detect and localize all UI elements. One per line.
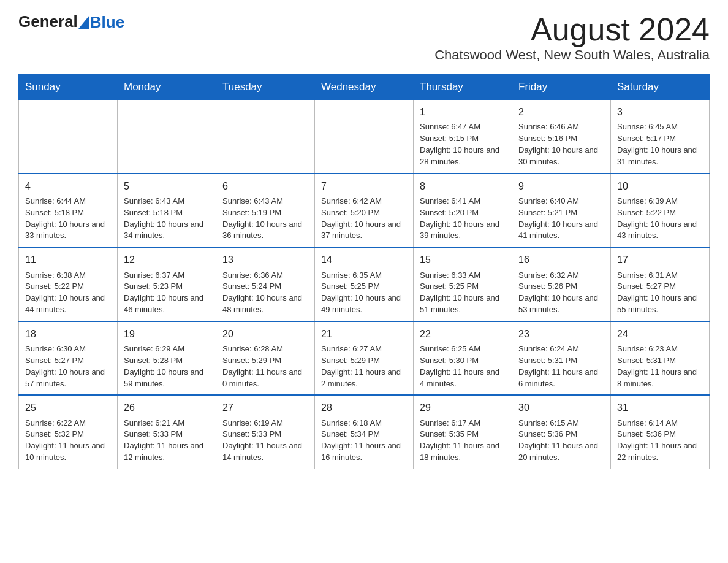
day-info: Sunrise: 6:41 AM Sunset: 5:20 PM Dayligh… (420, 196, 506, 242)
day-info: Sunrise: 6:44 AM Sunset: 5:18 PM Dayligh… (25, 196, 111, 242)
day-number: 21 (321, 327, 407, 341)
table-row: 10Sunrise: 6:39 AM Sunset: 5:22 PM Dayli… (611, 174, 710, 248)
table-row: 5Sunrise: 6:43 AM Sunset: 5:18 PM Daylig… (118, 174, 216, 248)
day-number: 10 (617, 179, 703, 193)
logo-blue-text: Blue (90, 14, 124, 30)
day-info: Sunrise: 6:38 AM Sunset: 5:22 PM Dayligh… (25, 270, 111, 316)
table-row: 8Sunrise: 6:41 AM Sunset: 5:20 PM Daylig… (414, 174, 512, 248)
day-number: 13 (222, 253, 308, 267)
day-info: Sunrise: 6:31 AM Sunset: 5:27 PM Dayligh… (617, 270, 703, 316)
table-row: 21Sunrise: 6:27 AM Sunset: 5:29 PM Dayli… (315, 321, 414, 396)
day-info: Sunrise: 6:23 AM Sunset: 5:31 PM Dayligh… (617, 343, 703, 389)
day-info: Sunrise: 6:30 AM Sunset: 5:27 PM Dayligh… (25, 343, 111, 389)
day-number: 1 (420, 105, 506, 119)
day-info: Sunrise: 6:43 AM Sunset: 5:18 PM Dayligh… (124, 196, 210, 242)
day-info: Sunrise: 6:32 AM Sunset: 5:26 PM Dayligh… (518, 270, 604, 316)
logo: General Blue (18, 12, 124, 31)
month-title: August 2024 (434, 12, 710, 47)
day-info: Sunrise: 6:40 AM Sunset: 5:21 PM Dayligh… (518, 196, 604, 242)
col-friday: Friday (512, 75, 611, 100)
day-number: 9 (518, 179, 604, 193)
table-row: 14Sunrise: 6:35 AM Sunset: 5:25 PM Dayli… (315, 247, 414, 321)
col-thursday: Thursday (414, 75, 512, 100)
day-info: Sunrise: 6:37 AM Sunset: 5:23 PM Dayligh… (124, 270, 210, 316)
day-number: 18 (25, 327, 111, 341)
table-row: 24Sunrise: 6:23 AM Sunset: 5:31 PM Dayli… (611, 321, 710, 396)
table-row: 1Sunrise: 6:47 AM Sunset: 5:15 PM Daylig… (414, 100, 512, 174)
table-row: 12Sunrise: 6:37 AM Sunset: 5:23 PM Dayli… (118, 247, 216, 321)
day-info: Sunrise: 6:33 AM Sunset: 5:25 PM Dayligh… (420, 270, 506, 316)
day-info: Sunrise: 6:47 AM Sunset: 5:15 PM Dayligh… (420, 121, 506, 167)
day-info: Sunrise: 6:27 AM Sunset: 5:29 PM Dayligh… (321, 343, 407, 389)
day-info: Sunrise: 6:28 AM Sunset: 5:29 PM Dayligh… (222, 343, 308, 389)
day-info: Sunrise: 6:36 AM Sunset: 5:24 PM Dayligh… (222, 270, 308, 316)
table-row: 7Sunrise: 6:42 AM Sunset: 5:20 PM Daylig… (315, 174, 414, 248)
table-row: 23Sunrise: 6:24 AM Sunset: 5:31 PM Dayli… (512, 321, 611, 396)
table-row: 22Sunrise: 6:25 AM Sunset: 5:30 PM Dayli… (414, 321, 512, 396)
table-row: 3Sunrise: 6:45 AM Sunset: 5:17 PM Daylig… (611, 100, 710, 174)
table-row: 28Sunrise: 6:18 AM Sunset: 5:34 PM Dayli… (315, 395, 414, 469)
calendar-week-row: 11Sunrise: 6:38 AM Sunset: 5:22 PM Dayli… (19, 247, 710, 321)
table-row: 15Sunrise: 6:33 AM Sunset: 5:25 PM Dayli… (414, 247, 512, 321)
table-row (315, 100, 414, 174)
table-row: 27Sunrise: 6:19 AM Sunset: 5:33 PM Dayli… (216, 395, 315, 469)
day-number: 30 (518, 400, 604, 415)
calendar-week-row: 1Sunrise: 6:47 AM Sunset: 5:15 PM Daylig… (19, 100, 710, 174)
day-number: 14 (321, 253, 407, 267)
logo-general-text: General (18, 12, 78, 31)
logo-triangle-icon (78, 15, 89, 29)
day-number: 8 (420, 179, 506, 193)
calendar-header-row: Sunday Monday Tuesday Wednesday Thursday… (19, 75, 710, 100)
col-tuesday: Tuesday (216, 75, 315, 100)
calendar-week-row: 4Sunrise: 6:44 AM Sunset: 5:18 PM Daylig… (19, 174, 710, 248)
calendar-week-row: 25Sunrise: 6:22 AM Sunset: 5:32 PM Dayli… (19, 395, 710, 469)
day-info: Sunrise: 6:22 AM Sunset: 5:32 PM Dayligh… (25, 418, 111, 464)
table-row: 11Sunrise: 6:38 AM Sunset: 5:22 PM Dayli… (19, 247, 118, 321)
day-info: Sunrise: 6:43 AM Sunset: 5:19 PM Dayligh… (222, 196, 308, 242)
calendar-table: Sunday Monday Tuesday Wednesday Thursday… (18, 74, 710, 469)
day-info: Sunrise: 6:42 AM Sunset: 5:20 PM Dayligh… (321, 196, 407, 242)
table-row (216, 100, 315, 174)
table-row: 29Sunrise: 6:17 AM Sunset: 5:35 PM Dayli… (414, 395, 512, 469)
table-row: 20Sunrise: 6:28 AM Sunset: 5:29 PM Dayli… (216, 321, 315, 396)
day-info: Sunrise: 6:19 AM Sunset: 5:33 PM Dayligh… (222, 418, 308, 464)
day-info: Sunrise: 6:15 AM Sunset: 5:36 PM Dayligh… (518, 418, 604, 464)
table-row: 17Sunrise: 6:31 AM Sunset: 5:27 PM Dayli… (611, 247, 710, 321)
table-row: 19Sunrise: 6:29 AM Sunset: 5:28 PM Dayli… (118, 321, 216, 396)
day-number: 20 (222, 327, 308, 341)
day-number: 28 (321, 400, 407, 415)
day-info: Sunrise: 6:45 AM Sunset: 5:17 PM Dayligh… (617, 121, 703, 167)
table-row: 26Sunrise: 6:21 AM Sunset: 5:33 PM Dayli… (118, 395, 216, 469)
col-sunday: Sunday (19, 75, 118, 100)
day-info: Sunrise: 6:21 AM Sunset: 5:33 PM Dayligh… (124, 418, 210, 464)
day-number: 17 (617, 253, 703, 267)
day-number: 22 (420, 327, 506, 341)
table-row: 6Sunrise: 6:43 AM Sunset: 5:19 PM Daylig… (216, 174, 315, 248)
table-row: 30Sunrise: 6:15 AM Sunset: 5:36 PM Dayli… (512, 395, 611, 469)
day-info: Sunrise: 6:24 AM Sunset: 5:31 PM Dayligh… (518, 343, 604, 389)
day-number: 26 (124, 400, 210, 415)
day-number: 16 (518, 253, 604, 267)
table-row (19, 100, 118, 174)
day-number: 25 (25, 400, 111, 415)
logo-area: General Blue (18, 12, 124, 31)
day-number: 7 (321, 179, 407, 193)
table-row: 13Sunrise: 6:36 AM Sunset: 5:24 PM Dayli… (216, 247, 315, 321)
day-number: 2 (518, 105, 604, 119)
table-row: 9Sunrise: 6:40 AM Sunset: 5:21 PM Daylig… (512, 174, 611, 248)
day-number: 5 (124, 179, 210, 193)
day-number: 31 (617, 400, 703, 415)
day-number: 19 (124, 327, 210, 341)
table-row: 16Sunrise: 6:32 AM Sunset: 5:26 PM Dayli… (512, 247, 611, 321)
day-info: Sunrise: 6:29 AM Sunset: 5:28 PM Dayligh… (124, 343, 210, 389)
day-number: 15 (420, 253, 506, 267)
day-info: Sunrise: 6:18 AM Sunset: 5:34 PM Dayligh… (321, 418, 407, 464)
day-info: Sunrise: 6:17 AM Sunset: 5:35 PM Dayligh… (420, 418, 506, 464)
day-number: 11 (25, 253, 111, 267)
day-info: Sunrise: 6:46 AM Sunset: 5:16 PM Dayligh… (518, 121, 604, 167)
day-info: Sunrise: 6:39 AM Sunset: 5:22 PM Dayligh… (617, 196, 703, 242)
col-saturday: Saturday (611, 75, 710, 100)
day-number: 6 (222, 179, 308, 193)
day-number: 24 (617, 327, 703, 341)
day-number: 3 (617, 105, 703, 119)
